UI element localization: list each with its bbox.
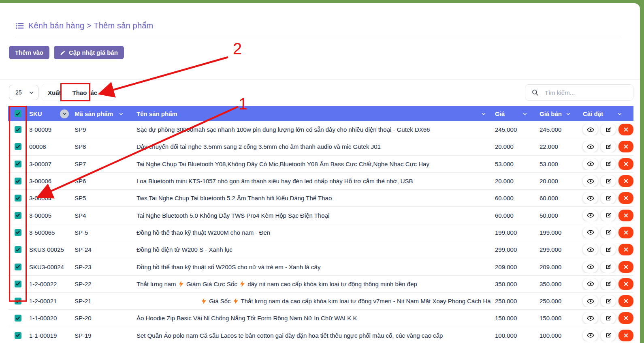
delete-button[interactable] <box>618 210 633 221</box>
sale-price-cell: 350.000 <box>535 281 578 287</box>
delete-button[interactable] <box>618 158 633 170</box>
product-code-cell: SP-21 <box>73 298 135 304</box>
view-button[interactable] <box>583 312 598 324</box>
chevron-down-icon <box>62 111 67 116</box>
edit-button[interactable] <box>601 210 616 221</box>
column-header-code: Mã sản phẩm <box>73 106 135 121</box>
bulk-actions-button[interactable]: Thao tác <box>67 84 103 101</box>
export-button[interactable]: Xuất <box>42 84 67 101</box>
table-row: 1-2-00022 SP-22 Thắt lưng nam Giảm Giá C… <box>8 276 633 293</box>
edit-button[interactable] <box>601 175 616 187</box>
delete-button[interactable] <box>618 124 633 135</box>
edit-button[interactable] <box>601 330 616 341</box>
edit-button[interactable] <box>601 295 616 307</box>
product-code-cell: SP8 <box>73 143 135 150</box>
sale-price-cell: 100.000 <box>535 332 578 339</box>
view-button[interactable] <box>583 158 598 170</box>
row-checkbox[interactable] <box>15 246 21 253</box>
row-checkbox[interactable] <box>15 264 21 270</box>
row-checkbox[interactable] <box>15 315 21 322</box>
sku-cell: 3-500065 <box>28 229 73 236</box>
sale-price-cell: 245.000 <box>535 126 578 133</box>
table-row: 1-1-00019 SP-19 Set Quần Áo polo nam Cá … <box>8 327 633 343</box>
delete-button[interactable] <box>618 261 633 273</box>
divider <box>15 36 622 36</box>
sku-sort-button[interactable] <box>60 109 69 118</box>
breadcrumb-row: Kênh bán hàng > Thêm sản phẩm <box>15 21 622 30</box>
chevron-down-icon[interactable] <box>522 111 527 116</box>
delete-button[interactable] <box>618 312 633 324</box>
eye-icon <box>587 315 594 322</box>
row-checkbox[interactable] <box>15 178 21 184</box>
edit-button[interactable] <box>601 141 616 152</box>
row-checkbox[interactable] <box>15 143 21 150</box>
edit-button[interactable] <box>601 261 616 273</box>
delete-button[interactable] <box>618 175 633 187</box>
settings-cell <box>578 227 633 238</box>
view-button[interactable] <box>583 210 598 221</box>
chevron-down-icon[interactable] <box>566 111 571 116</box>
row-checkbox[interactable] <box>15 212 21 219</box>
edit-icon <box>605 178 612 184</box>
view-button[interactable] <box>583 330 598 341</box>
sale-price-cell: 250.000 <box>535 298 578 304</box>
view-button[interactable] <box>583 192 598 204</box>
view-button[interactable] <box>583 124 598 135</box>
row-checkbox[interactable] <box>15 281 21 287</box>
delete-button[interactable] <box>618 295 633 307</box>
eye-icon <box>587 298 594 305</box>
chevron-down-icon[interactable] <box>119 111 124 116</box>
delete-button[interactable] <box>618 141 633 152</box>
delete-button[interactable] <box>618 192 633 204</box>
delete-button[interactable] <box>618 278 633 290</box>
edit-button[interactable] <box>601 158 616 170</box>
table-row: 1-1-00020 SP-20 Áo Hoodie Zip Basic Vải … <box>8 310 633 327</box>
edit-button[interactable] <box>601 227 616 238</box>
price-cell: 350.000 <box>491 281 535 287</box>
row-checkbox[interactable] <box>15 298 21 304</box>
price-cell: 20.000 <box>491 178 535 184</box>
view-button[interactable] <box>583 278 598 290</box>
view-button[interactable] <box>583 261 598 273</box>
refresh-button[interactable] <box>103 84 115 101</box>
edit-button[interactable] <box>601 312 616 324</box>
edit-button[interactable] <box>601 124 616 135</box>
chevron-down-icon[interactable] <box>481 111 486 116</box>
eye-icon <box>587 263 594 270</box>
product-name-cell: Thắt lưng nam Giảm Giá Cực Sốc dây nịt n… <box>135 281 491 287</box>
sale-price-cell: 20.000 <box>535 178 578 184</box>
delete-button[interactable] <box>618 244 633 255</box>
delete-button[interactable] <box>618 227 633 238</box>
sale-price-cell: 299.000 <box>535 246 578 253</box>
edit-button[interactable] <box>601 192 616 204</box>
product-name-cell: Áo Hoodie Zip Basic Vải Nỉ Chống Nắng Tố… <box>135 315 491 322</box>
view-button[interactable] <box>583 141 598 152</box>
search-input[interactable] <box>545 85 633 100</box>
view-button[interactable] <box>583 244 598 255</box>
settings-cell <box>578 175 633 187</box>
edit-button[interactable] <box>601 244 616 255</box>
row-checkbox[interactable] <box>15 126 21 133</box>
row-checkbox[interactable] <box>15 161 21 167</box>
edit-button[interactable] <box>601 278 616 290</box>
lightning-icon <box>234 298 238 304</box>
row-checkbox[interactable] <box>15 195 21 202</box>
update-price-button[interactable]: Cập nhật giá bán <box>54 46 124 59</box>
price-cell: 299.000 <box>491 246 535 253</box>
page-size-select[interactable]: 25 <box>9 85 38 100</box>
edit-icon <box>605 195 612 202</box>
add-button[interactable]: Thêm vào <box>9 46 49 59</box>
edit-icon <box>605 126 612 133</box>
view-button[interactable] <box>583 295 598 307</box>
price-cell: 250.000 <box>491 298 535 304</box>
delete-button[interactable] <box>618 330 633 341</box>
product-code-cell: SP5 <box>73 195 135 202</box>
select-all-checkbox[interactable] <box>15 110 21 117</box>
settings-cell <box>578 158 633 170</box>
product-code-cell: SP9 <box>73 126 135 133</box>
view-button[interactable] <box>583 227 598 238</box>
row-checkbox[interactable] <box>15 229 21 236</box>
view-button[interactable] <box>583 175 598 187</box>
chevron-down-icon[interactable] <box>617 111 622 116</box>
row-checkbox[interactable] <box>15 332 21 339</box>
